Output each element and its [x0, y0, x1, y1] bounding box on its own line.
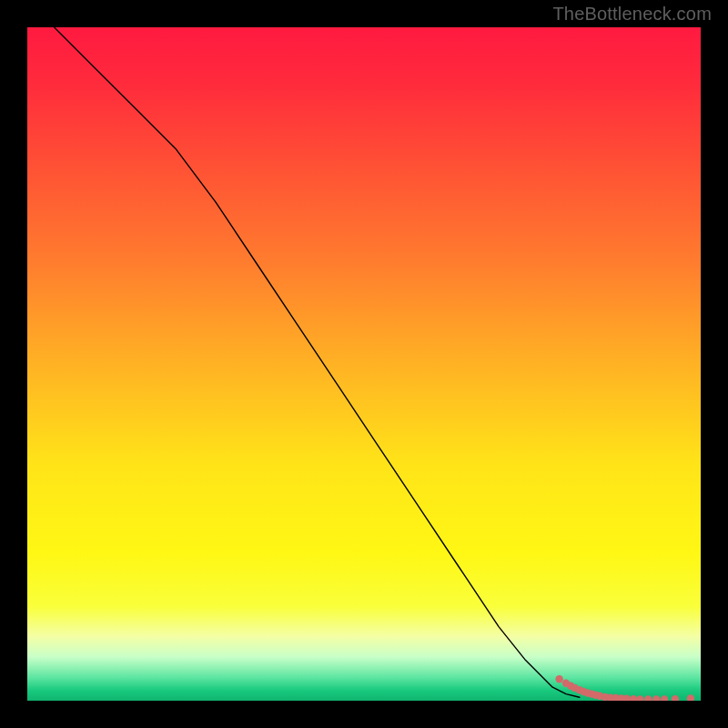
plot-area — [27, 27, 701, 701]
gradient-background — [27, 27, 701, 701]
watermark-text: TheBottleneck.com — [552, 4, 712, 25]
chart-stage: TheBottleneck.com — [0, 0, 728, 728]
scatter-point — [555, 675, 562, 682]
chart-svg — [27, 27, 701, 701]
